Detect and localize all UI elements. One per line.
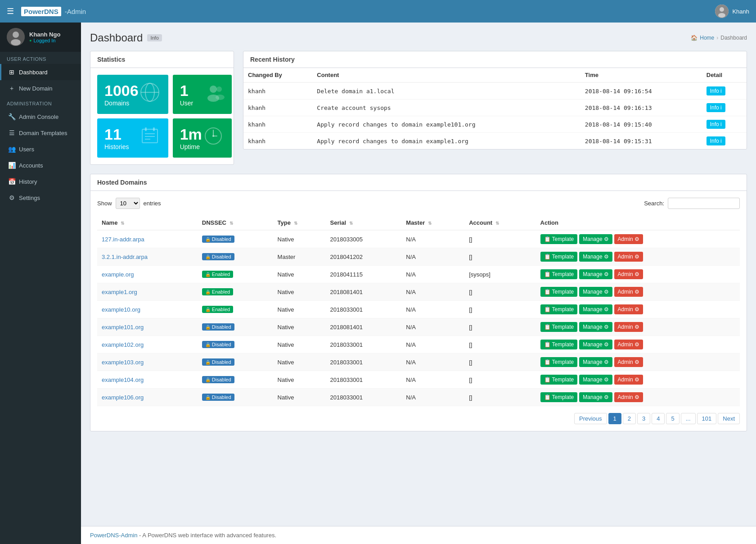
pagination-page[interactable]: ... — [681, 413, 696, 424]
info-button[interactable]: Info i — [706, 103, 725, 112]
template-button[interactable]: 📋 Template — [540, 287, 578, 297]
domain-link[interactable]: example104.org — [102, 376, 144, 383]
manage-gear-icon: ⚙ — [604, 394, 609, 400]
sort-dnssec-icon[interactable]: ⇅ — [230, 221, 233, 226]
info-badge[interactable]: Info — [147, 34, 162, 41]
history-content: Apply record changes to domain example1.… — [312, 133, 580, 150]
manage-button[interactable]: Manage ⚙ — [579, 357, 612, 367]
admin-button[interactable]: Admin ⚙ — [614, 269, 643, 279]
pagination-next[interactable]: Next — [718, 413, 740, 424]
dnssec-badge: 🔒 Disabled — [202, 358, 234, 366]
domain-link[interactable]: 3.2.1.in-addr.arpa — [102, 254, 148, 260]
admin-button[interactable]: Admin ⚙ — [614, 375, 643, 385]
admin-button[interactable]: Admin ⚙ — [614, 234, 643, 244]
domain-link[interactable]: example.org — [102, 271, 134, 278]
sidebar-item-new-domain[interactable]: + New Domain — [0, 80, 81, 96]
template-button[interactable]: 📋 Template — [540, 340, 578, 349]
domain-link[interactable]: example10.org — [102, 306, 140, 313]
domain-actions: 📋 Template Manage ⚙ Admin ⚙ — [536, 283, 740, 301]
users-count: 1 — [180, 82, 194, 100]
template-button[interactable]: 📋 Template — [540, 234, 578, 244]
manage-button[interactable]: Manage ⚙ — [579, 375, 612, 385]
search-input[interactable] — [668, 198, 740, 209]
domain-link[interactable]: example102.org — [102, 341, 144, 348]
sidebar-item-admin-console[interactable]: 🔧 Admin Console — [0, 109, 81, 125]
stat-uptime: 1m Uptime — [173, 118, 232, 158]
pagination-prev[interactable]: Previous — [574, 413, 607, 424]
info-button[interactable]: Info i — [706, 86, 725, 95]
admin-button[interactable]: Admin ⚙ — [614, 304, 643, 314]
template-button[interactable]: 📋 Template — [540, 304, 578, 314]
wrench-icon: 🔧 — [8, 113, 15, 120]
template-button[interactable]: 📋 Template — [540, 322, 578, 332]
pagination-page[interactable]: 5 — [666, 413, 679, 424]
breadcrumb-home[interactable]: Home — [700, 35, 714, 41]
manage-button[interactable]: Manage ⚙ — [579, 234, 612, 244]
manage-gear-icon: ⚙ — [604, 289, 609, 295]
template-button[interactable]: 📋 Template — [540, 252, 578, 262]
hamburger-menu[interactable]: ☰ — [7, 6, 14, 16]
manage-button[interactable]: Manage ⚙ — [579, 392, 612, 402]
domain-name: example102.org — [97, 336, 198, 354]
pagination-page[interactable]: 4 — [652, 413, 665, 424]
manage-button[interactable]: Manage ⚙ — [579, 304, 612, 314]
pagination-page[interactable]: 101 — [697, 413, 717, 424]
sidebar-item-dashboard[interactable]: ⊞ Dashboard — [0, 64, 81, 80]
sort-account-icon[interactable]: ⇅ — [495, 221, 499, 226]
manage-button[interactable]: Manage ⚙ — [579, 322, 612, 332]
entries-select[interactable]: 10 25 50 100 — [116, 198, 140, 209]
manage-button[interactable]: Manage ⚙ — [579, 340, 612, 349]
sidebar-item-users[interactable]: 👥 Users — [0, 141, 81, 157]
domain-master: N/A — [401, 354, 464, 371]
domain-link[interactable]: 127.in-addr.arpa — [102, 236, 144, 243]
sidebar-item-settings[interactable]: ⚙ Settings — [0, 190, 81, 206]
settings-icon: ⚙ — [8, 194, 15, 201]
admin-button[interactable]: Admin ⚙ — [614, 392, 643, 402]
domain-link[interactable]: example101.org — [102, 324, 144, 331]
history-detail: Info i — [702, 116, 747, 133]
footer-brand-link[interactable]: PowerDNS-Admin — [90, 532, 137, 539]
sort-master-icon[interactable]: ⇅ — [428, 221, 432, 226]
sort-type-icon[interactable]: ⇅ — [294, 221, 297, 226]
admin-button[interactable]: Admin ⚙ — [614, 287, 643, 297]
info-button[interactable]: Info i — [706, 136, 725, 145]
pagination-page[interactable]: 3 — [637, 413, 650, 424]
user-menu[interactable]: Khanh — [715, 5, 749, 18]
lock-icon: 🔒 — [205, 254, 211, 259]
sidebar-item-accounts[interactable]: 📊 Accounts — [0, 157, 81, 173]
pagination-page[interactable]: 1 — [608, 413, 621, 424]
manage-button[interactable]: Manage ⚙ — [579, 252, 612, 262]
template-button[interactable]: 📋 Template — [540, 375, 578, 385]
template-button[interactable]: 📋 Template — [540, 269, 578, 279]
domain-link[interactable]: example106.org — [102, 394, 144, 401]
domain-link[interactable]: example1.org — [102, 289, 137, 295]
svg-rect-18 — [153, 127, 155, 131]
pagination-page[interactable]: 2 — [623, 413, 636, 424]
sidebar-item-domain-templates[interactable]: ☰ Domain Templates — [0, 125, 81, 141]
sidebar-item-history[interactable]: 📅 History — [0, 173, 81, 190]
domain-name: example.org — [97, 266, 198, 283]
domain-link[interactable]: example103.org — [102, 359, 144, 366]
manage-button[interactable]: Manage ⚙ — [579, 287, 612, 297]
sort-serial-icon[interactable]: ⇅ — [349, 221, 353, 226]
domain-serial: 2018033001 — [326, 354, 402, 371]
entries-label: entries — [144, 200, 161, 207]
domain-actions: 📋 Template Manage ⚙ Admin ⚙ — [536, 230, 740, 248]
dashboard-icon: ⊞ — [8, 68, 15, 76]
admin-button[interactable]: Admin ⚙ — [614, 322, 643, 332]
sort-name-icon[interactable]: ⇅ — [121, 221, 124, 226]
admin-button[interactable]: Admin ⚙ — [614, 252, 643, 262]
manage-button[interactable]: Manage ⚙ — [579, 269, 612, 279]
admin-gear-icon: ⚙ — [634, 306, 639, 313]
dnssec-badge: 🔒 Enabled — [202, 271, 233, 278]
admin-button[interactable]: Admin ⚙ — [614, 357, 643, 367]
domain-serial: 2018033001 — [326, 301, 402, 318]
col-detail: Detail — [702, 68, 747, 82]
history-content: Delete domain a1.local — [312, 82, 580, 100]
template-button[interactable]: 📋 Template — [540, 357, 578, 367]
admin-button[interactable]: Admin ⚙ — [614, 340, 643, 349]
template-button[interactable]: 📋 Template — [540, 392, 578, 402]
info-button[interactable]: Info i — [706, 120, 725, 129]
domain-account: [] — [464, 283, 536, 301]
domain-type: Native — [273, 301, 326, 318]
